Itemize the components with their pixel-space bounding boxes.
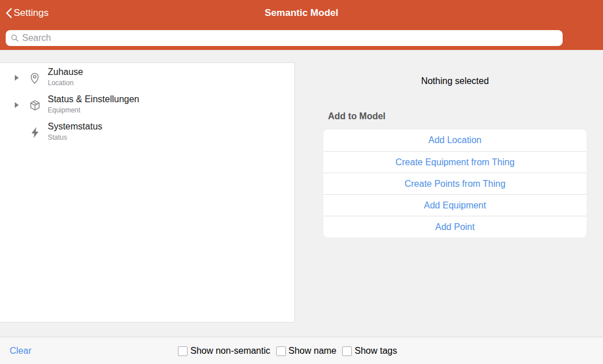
- tree-item-status-einstellungen[interactable]: Status & Einstellungen Equipment: [0, 91, 294, 119]
- app-header: Settings Semantic Model: [0, 0, 603, 50]
- footer-toolbar: Clear Show non-semantic Show name Show t…: [0, 337, 603, 364]
- tree-item-texts: Systemstatus Status: [48, 121, 102, 142]
- semantic-model-tree: Zuhause Location Status & Einstellungen …: [0, 62, 295, 323]
- chevron-left-icon: [6, 8, 12, 18]
- disclosure-arrow[interactable]: [7, 75, 26, 81]
- back-button-label: Settings: [14, 7, 48, 19]
- equipment-box-icon: [26, 99, 43, 111]
- add-to-model-action-list: Add Location Create Equipment from Thing…: [323, 129, 587, 237]
- tree-item-subtitle: Equipment: [48, 106, 139, 115]
- create-points-from-thing-button[interactable]: Create Points from Thing: [323, 173, 587, 194]
- tree-item-subtitle: Location: [48, 79, 83, 87]
- tree-item-texts: Zuhause Location: [48, 66, 83, 87]
- add-equipment-button[interactable]: Add Equipment: [323, 194, 587, 216]
- show-name-option[interactable]: Show name: [276, 346, 337, 356]
- show-tags-option[interactable]: Show tags: [342, 346, 397, 356]
- clear-button[interactable]: Clear: [10, 337, 31, 364]
- add-to-model-heading: Add to Model: [328, 111, 587, 122]
- disclosure-arrow[interactable]: [7, 102, 26, 108]
- tree-item-title: Systemstatus: [48, 121, 102, 132]
- page-title: Semantic Model: [0, 0, 603, 26]
- show-non-semantic-checkbox[interactable]: [178, 346, 188, 356]
- back-button[interactable]: Settings: [6, 7, 48, 19]
- show-tags-label[interactable]: Show tags: [355, 346, 397, 356]
- show-non-semantic-option[interactable]: Show non-semantic: [178, 346, 271, 356]
- show-name-label[interactable]: Show name: [289, 346, 337, 356]
- show-non-semantic-label[interactable]: Show non-semantic: [190, 346, 271, 356]
- search-input[interactable]: [22, 31, 563, 45]
- nav-bar: Settings Semantic Model: [0, 0, 603, 26]
- tree-item-zuhause[interactable]: Zuhause Location: [0, 64, 294, 91]
- add-location-button[interactable]: Add Location: [323, 129, 587, 151]
- tree-item-subtitle: Status: [48, 133, 102, 142]
- tree-item-systemstatus[interactable]: Systemstatus Status: [0, 119, 294, 146]
- nothing-selected-message: Nothing selected: [323, 76, 587, 86]
- location-pin-icon: [26, 72, 43, 85]
- tree-item-texts: Status & Einstellungen Equipment: [48, 94, 139, 115]
- display-options: Show non-semantic Show name Show tags: [178, 337, 397, 364]
- details-panel: Nothing selected Add to Model Add Locati…: [323, 62, 587, 237]
- create-equipment-from-thing-button[interactable]: Create Equipment from Thing: [323, 151, 587, 173]
- search-icon: [11, 34, 19, 42]
- tree-item-title: Status & Einstellungen: [48, 94, 139, 105]
- lightning-bolt-icon: [26, 127, 43, 139]
- show-name-checkbox[interactable]: [276, 346, 286, 356]
- search-bar[interactable]: [6, 30, 563, 46]
- add-point-button[interactable]: Add Point: [323, 216, 587, 237]
- show-tags-checkbox[interactable]: [342, 346, 352, 356]
- tree-item-title: Zuhause: [48, 66, 83, 78]
